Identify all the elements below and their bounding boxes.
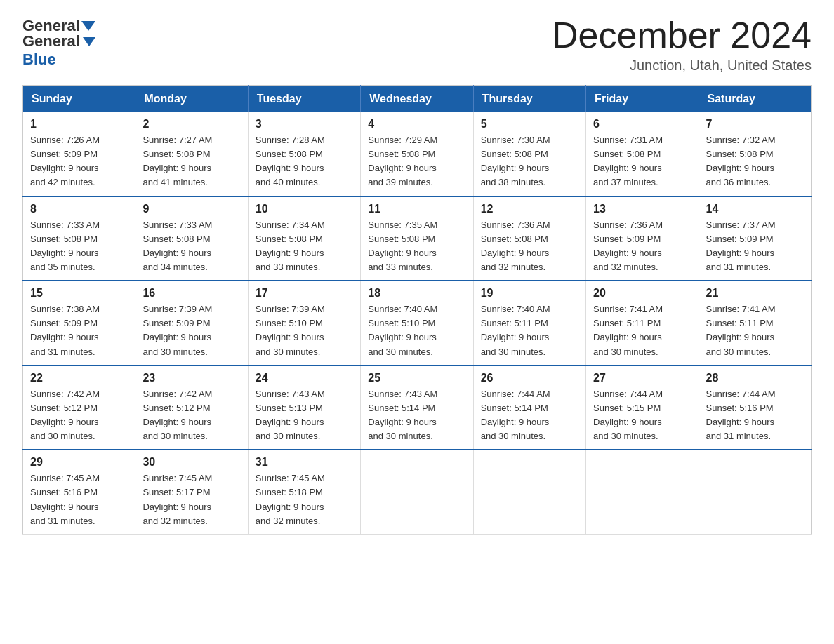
day-number: 20 <box>593 287 691 300</box>
day-info: Sunrise: 7:32 AM Sunset: 5:08 PM Dayligh… <box>706 133 804 190</box>
calendar-day-cell: 29 Sunrise: 7:45 AM Sunset: 5:16 PM Dayl… <box>23 450 135 534</box>
day-number: 26 <box>481 372 578 384</box>
calendar-day-cell: 3 Sunrise: 7:28 AM Sunset: 5:08 PM Dayli… <box>248 112 360 196</box>
calendar-day-cell: 17 Sunrise: 7:39 AM Sunset: 5:10 PM Dayl… <box>248 281 360 365</box>
day-number: 27 <box>593 372 691 384</box>
header-monday: Monday <box>135 86 248 113</box>
page-header: General General Blue December 2024 Junct… <box>22 17 812 74</box>
day-info: Sunrise: 7:37 AM Sunset: 5:09 PM Dayligh… <box>706 218 804 275</box>
header-thursday: Thursday <box>473 86 585 113</box>
calendar-week-row: 29 Sunrise: 7:45 AM Sunset: 5:16 PM Dayl… <box>23 450 812 534</box>
day-number: 28 <box>706 372 804 384</box>
calendar-day-cell: 5 Sunrise: 7:30 AM Sunset: 5:08 PM Dayli… <box>473 112 585 196</box>
day-info: Sunrise: 7:36 AM Sunset: 5:08 PM Dayligh… <box>481 218 578 275</box>
day-info: Sunrise: 7:36 AM Sunset: 5:09 PM Dayligh… <box>593 218 691 275</box>
day-number: 29 <box>30 456 128 469</box>
calendar-day-cell: 12 Sunrise: 7:36 AM Sunset: 5:08 PM Dayl… <box>473 196 585 281</box>
day-number: 2 <box>143 118 240 130</box>
day-number: 6 <box>593 118 691 130</box>
header-tuesday: Tuesday <box>248 86 360 113</box>
day-info: Sunrise: 7:43 AM Sunset: 5:14 PM Dayligh… <box>368 387 465 444</box>
day-number: 18 <box>368 287 465 300</box>
logo: General General Blue <box>22 17 97 69</box>
day-info: Sunrise: 7:43 AM Sunset: 5:13 PM Dayligh… <box>256 387 353 444</box>
day-info: Sunrise: 7:40 AM Sunset: 5:11 PM Dayligh… <box>481 302 578 359</box>
calendar-day-cell: 26 Sunrise: 7:44 AM Sunset: 5:14 PM Dayl… <box>473 365 585 450</box>
day-info: Sunrise: 7:45 AM Sunset: 5:18 PM Dayligh… <box>256 471 353 528</box>
header-friday: Friday <box>586 86 699 113</box>
calendar-day-cell <box>586 450 699 534</box>
day-number: 14 <box>706 203 804 215</box>
day-number: 22 <box>30 372 128 384</box>
calendar-day-cell: 16 Sunrise: 7:39 AM Sunset: 5:09 PM Dayl… <box>135 281 248 365</box>
day-info: Sunrise: 7:42 AM Sunset: 5:12 PM Dayligh… <box>30 387 128 444</box>
day-number: 24 <box>256 372 353 384</box>
header-saturday: Saturday <box>699 86 811 113</box>
calendar-day-cell: 22 Sunrise: 7:42 AM Sunset: 5:12 PM Dayl… <box>23 365 135 450</box>
day-info: Sunrise: 7:39 AM Sunset: 5:10 PM Dayligh… <box>256 302 353 359</box>
calendar-day-cell: 9 Sunrise: 7:33 AM Sunset: 5:08 PM Dayli… <box>135 196 248 281</box>
calendar-week-row: 22 Sunrise: 7:42 AM Sunset: 5:12 PM Dayl… <box>23 365 812 450</box>
day-info: Sunrise: 7:33 AM Sunset: 5:08 PM Dayligh… <box>30 218 128 275</box>
calendar-week-row: 15 Sunrise: 7:38 AM Sunset: 5:09 PM Dayl… <box>23 281 812 365</box>
day-number: 25 <box>368 372 465 384</box>
header-wednesday: Wednesday <box>361 86 473 113</box>
day-number: 5 <box>481 118 578 130</box>
calendar-day-cell: 27 Sunrise: 7:44 AM Sunset: 5:15 PM Dayl… <box>586 365 699 450</box>
calendar-day-cell: 30 Sunrise: 7:45 AM Sunset: 5:17 PM Dayl… <box>135 450 248 534</box>
day-number: 8 <box>30 203 128 215</box>
calendar-day-cell: 8 Sunrise: 7:33 AM Sunset: 5:08 PM Dayli… <box>23 196 135 281</box>
logo-blue-text: Blue <box>22 51 56 68</box>
day-info: Sunrise: 7:44 AM Sunset: 5:14 PM Dayligh… <box>481 387 578 444</box>
day-number: 1 <box>30 118 128 130</box>
calendar-week-row: 8 Sunrise: 7:33 AM Sunset: 5:08 PM Dayli… <box>23 196 812 281</box>
calendar-day-cell: 23 Sunrise: 7:42 AM Sunset: 5:12 PM Dayl… <box>135 365 248 450</box>
day-info: Sunrise: 7:41 AM Sunset: 5:11 PM Dayligh… <box>593 302 691 359</box>
location-text: Junction, Utah, United States <box>552 58 812 74</box>
day-number: 17 <box>256 287 353 300</box>
day-info: Sunrise: 7:35 AM Sunset: 5:08 PM Dayligh… <box>368 218 465 275</box>
day-info: Sunrise: 7:41 AM Sunset: 5:11 PM Dayligh… <box>706 302 804 359</box>
day-info: Sunrise: 7:45 AM Sunset: 5:17 PM Dayligh… <box>143 471 240 528</box>
calendar-day-cell: 14 Sunrise: 7:37 AM Sunset: 5:09 PM Dayl… <box>699 196 811 281</box>
calendar-day-cell <box>699 450 811 534</box>
day-info: Sunrise: 7:40 AM Sunset: 5:10 PM Dayligh… <box>368 302 465 359</box>
calendar-day-cell: 4 Sunrise: 7:29 AM Sunset: 5:08 PM Dayli… <box>361 112 473 196</box>
day-info: Sunrise: 7:29 AM Sunset: 5:08 PM Dayligh… <box>368 133 465 190</box>
logo-general-bottom: General <box>22 32 80 51</box>
calendar-day-cell: 31 Sunrise: 7:45 AM Sunset: 5:18 PM Dayl… <box>248 450 360 534</box>
day-info: Sunrise: 7:42 AM Sunset: 5:12 PM Dayligh… <box>143 387 240 444</box>
calendar-day-cell: 1 Sunrise: 7:26 AM Sunset: 5:09 PM Dayli… <box>23 112 135 196</box>
day-info: Sunrise: 7:28 AM Sunset: 5:08 PM Dayligh… <box>256 133 353 190</box>
calendar-day-cell <box>361 450 473 534</box>
calendar-header-row: Sunday Monday Tuesday Wednesday Thursday… <box>23 86 812 113</box>
calendar-day-cell: 10 Sunrise: 7:34 AM Sunset: 5:08 PM Dayl… <box>248 196 360 281</box>
day-number: 21 <box>706 287 804 300</box>
day-number: 10 <box>256 203 353 215</box>
calendar-table: Sunday Monday Tuesday Wednesday Thursday… <box>22 85 812 535</box>
logo-triangle-icon <box>83 37 95 46</box>
day-info: Sunrise: 7:38 AM Sunset: 5:09 PM Dayligh… <box>30 302 128 359</box>
day-number: 11 <box>368 203 465 215</box>
day-number: 23 <box>143 372 240 384</box>
calendar-day-cell: 15 Sunrise: 7:38 AM Sunset: 5:09 PM Dayl… <box>23 281 135 365</box>
calendar-day-cell: 19 Sunrise: 7:40 AM Sunset: 5:11 PM Dayl… <box>473 281 585 365</box>
calendar-day-cell: 20 Sunrise: 7:41 AM Sunset: 5:11 PM Dayl… <box>586 281 699 365</box>
day-number: 4 <box>368 118 465 130</box>
day-number: 30 <box>143 456 240 469</box>
calendar-day-cell: 18 Sunrise: 7:40 AM Sunset: 5:10 PM Dayl… <box>361 281 473 365</box>
header-sunday: Sunday <box>23 86 135 113</box>
day-info: Sunrise: 7:31 AM Sunset: 5:08 PM Dayligh… <box>593 133 691 190</box>
calendar-day-cell: 11 Sunrise: 7:35 AM Sunset: 5:08 PM Dayl… <box>361 196 473 281</box>
day-info: Sunrise: 7:30 AM Sunset: 5:08 PM Dayligh… <box>481 133 578 190</box>
calendar-day-cell: 6 Sunrise: 7:31 AM Sunset: 5:08 PM Dayli… <box>586 112 699 196</box>
calendar-week-row: 1 Sunrise: 7:26 AM Sunset: 5:09 PM Dayli… <box>23 112 812 196</box>
day-info: Sunrise: 7:45 AM Sunset: 5:16 PM Dayligh… <box>30 471 128 528</box>
calendar-day-cell: 7 Sunrise: 7:32 AM Sunset: 5:08 PM Dayli… <box>699 112 811 196</box>
calendar-day-cell: 25 Sunrise: 7:43 AM Sunset: 5:14 PM Dayl… <box>361 365 473 450</box>
day-info: Sunrise: 7:44 AM Sunset: 5:15 PM Dayligh… <box>593 387 691 444</box>
day-number: 15 <box>30 287 128 300</box>
day-info: Sunrise: 7:26 AM Sunset: 5:09 PM Dayligh… <box>30 133 128 190</box>
calendar-day-cell: 21 Sunrise: 7:41 AM Sunset: 5:11 PM Dayl… <box>699 281 811 365</box>
logo-arrow-icon <box>81 21 95 31</box>
